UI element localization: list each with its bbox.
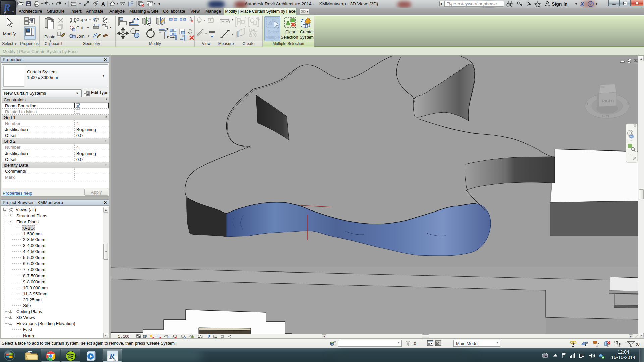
svg-text:▼: ▼	[51, 2, 54, 5]
svg-text:▼: ▼	[595, 2, 598, 6]
svg-text:▼: ▼	[231, 33, 234, 36]
svg-text:System: System	[300, 35, 314, 40]
svg-text:▼: ▼	[575, 2, 578, 6]
svg-text:▼: ▼	[109, 26, 112, 29]
svg-text:Clear: Clear	[285, 29, 296, 34]
svg-text:1: 1	[96, 2, 97, 4]
svg-text:▼: ▼	[89, 18, 91, 21]
svg-text:TOP: TOP	[600, 85, 606, 88]
svg-text:Select: Select	[268, 29, 279, 34]
svg-text:E: E	[602, 115, 606, 117]
svg-text:▼: ▼	[87, 35, 90, 38]
svg-text:▼: ▼	[203, 19, 206, 22]
svg-text:▼: ▼	[153, 2, 156, 5]
svg-text:▼: ▼	[41, 2, 43, 5]
svg-text::0: :0	[636, 342, 640, 347]
svg-text:▼: ▼	[116, 2, 119, 5]
svg-text:▼: ▼	[64, 2, 67, 5]
svg-text:Multiple: Multiple	[265, 35, 280, 40]
svg-text:▼: ▼	[231, 18, 234, 21]
svg-text:▼: ▼	[205, 32, 207, 35]
svg-text:RIGHT: RIGHT	[602, 99, 614, 103]
svg-text:Join: Join	[76, 34, 85, 39]
svg-text:▼: ▼	[306, 10, 309, 13]
svg-text:A: A	[101, 1, 105, 7]
svg-text:▼: ▼	[158, 2, 161, 6]
svg-text:Cut: Cut	[76, 25, 84, 31]
svg-text:Sign In: Sign In	[552, 1, 568, 7]
svg-text:▼: ▼	[87, 26, 89, 29]
svg-text:Selection: Selection	[281, 35, 298, 40]
svg-text:Create: Create	[300, 29, 313, 34]
svg-text:Cope: Cope	[76, 17, 87, 22]
svg-text:X: X	[580, 1, 585, 7]
svg-text:?: ?	[589, 2, 592, 6]
svg-text:E: E	[605, 115, 609, 117]
svg-text:▼: ▼	[79, 2, 82, 5]
